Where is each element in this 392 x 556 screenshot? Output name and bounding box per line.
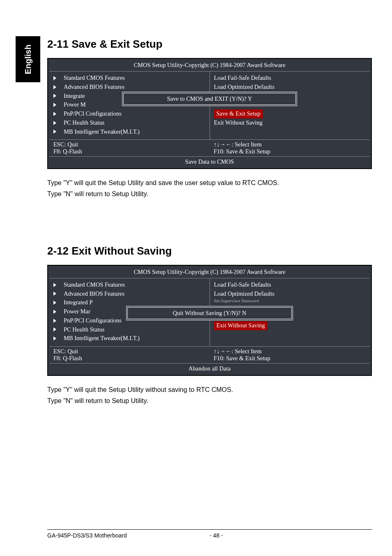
triangle-icon bbox=[53, 112, 56, 116]
language-tab-label: English bbox=[23, 44, 33, 74]
menu-label: MB Intelligent Tweaker(M.I.T.) bbox=[64, 334, 140, 343]
menu-item-exit-no-save[interactable]: Exit Without Saving bbox=[214, 321, 366, 330]
menu-label: Integrate bbox=[64, 92, 85, 101]
triangle-icon bbox=[53, 130, 56, 134]
menu-item-mit[interactable]: MB Intelligent Tweaker(M.I.T.) bbox=[53, 334, 205, 343]
menu-label: Power M bbox=[64, 100, 86, 109]
key-hint-f8: F8: Q-Flash bbox=[53, 355, 205, 362]
key-hint-f10: F10: Save & Exit Setup bbox=[214, 355, 366, 362]
section-1-heading: 2-11 Save & Exit Setup bbox=[47, 38, 372, 51]
triangle-icon bbox=[53, 310, 56, 314]
footer-right: ↑↓→←: Select Item F10: Save & Exit Setup bbox=[210, 140, 370, 156]
confirm-dialog[interactable]: Save to CMOS and EXIT (Y/N)? Y bbox=[123, 93, 296, 105]
menu-item-standard-cmos[interactable]: Standard CMOS Features bbox=[53, 280, 205, 290]
menu-label: Load Optimized Defaults bbox=[214, 290, 274, 299]
menu-label: Exit Without Saving bbox=[214, 321, 267, 330]
menu-label: MB Intelligent Tweaker(M.I.T.) bbox=[64, 127, 140, 137]
section-2-heading: 2-12 Exit Without Saving bbox=[47, 245, 372, 257]
menu-label: Exit Without Saving bbox=[214, 118, 263, 127]
menu-label: PC Health Status bbox=[64, 118, 104, 127]
triangle-icon bbox=[53, 121, 56, 125]
menu-label: Integrated P bbox=[64, 298, 92, 307]
menu-item-integrated[interactable]: Integrated P bbox=[53, 298, 205, 307]
section-1-body: Type "Y" will quit the Setup Utility and… bbox=[47, 178, 372, 199]
menu-label: Load Fail-Safe Defaults bbox=[214, 280, 271, 290]
triangle-icon bbox=[53, 327, 56, 331]
footer-left: ESC: Quit F8: Q-Flash bbox=[49, 347, 210, 363]
menu-label: Save & Exit Setup bbox=[214, 109, 263, 118]
bios-main-area: Standard CMOS Features Advanced BIOS Fea… bbox=[49, 278, 370, 347]
bios-title: CMOS Setup Utility-Copyright (C) 1984-20… bbox=[49, 267, 370, 278]
menu-item-pc-health[interactable]: PC Health Status bbox=[53, 325, 205, 334]
menu-label: PnP/PCI Configurations bbox=[64, 109, 122, 118]
footer-product-name: GA-945P-DS3/S3 Motherboard bbox=[47, 532, 210, 539]
key-hint-arrows: ↑↓→←: Select Item bbox=[214, 348, 366, 355]
bios-help-line: Abandon all Data bbox=[49, 363, 370, 374]
menu-item-pc-health[interactable]: PC Health Status bbox=[53, 118, 205, 127]
bios-main-area: Standard CMOS Features Advanced BIOS Fea… bbox=[49, 72, 370, 140]
menu-label: Advanced BIOS Features bbox=[64, 83, 125, 92]
body-line-2: Type "N" will return to Setup Utility. bbox=[47, 189, 372, 199]
triangle-icon bbox=[53, 76, 56, 80]
bios-help-line: Save Data to CMOS bbox=[49, 156, 370, 167]
menu-label: PnP/PCI Configurations bbox=[64, 316, 122, 325]
confirm-dialog[interactable]: Quit Without Saving (Y/N)? N bbox=[127, 307, 292, 319]
body-line-1: Type "Y" will quit the Setup Utility wit… bbox=[47, 385, 372, 395]
menu-label: Advanced BIOS Features bbox=[64, 290, 125, 299]
key-hint-esc: ESC: Quit bbox=[53, 348, 205, 355]
menu-item-standard-cmos[interactable]: Standard CMOS Features bbox=[53, 74, 205, 83]
bios-screenshot-1: CMOS Setup Utility-Copyright (C) 1984-20… bbox=[47, 58, 372, 169]
page-content: 2-11 Save & Exit Setup CMOS Setup Utilit… bbox=[47, 38, 372, 452]
menu-label: Power Mar bbox=[64, 307, 90, 316]
menu-item-optimized[interactable]: Load Optimized Defaults bbox=[214, 290, 366, 299]
key-hint-esc: ESC: Quit bbox=[53, 141, 205, 148]
dialog-text: Save to CMOS and EXIT (Y/N)? Y bbox=[167, 95, 252, 102]
key-hint-f8: F8: Q-Flash bbox=[53, 148, 205, 155]
menu-label: Set Supervisor Password bbox=[214, 298, 259, 303]
footer-right: ↑↓→←: Select Item F10: Save & Exit Setup bbox=[210, 347, 370, 363]
menu-item-advanced-bios[interactable]: Advanced BIOS Features bbox=[53, 83, 205, 92]
triangle-icon bbox=[53, 94, 56, 98]
menu-label: Load Fail-Safe Defaults bbox=[214, 74, 271, 83]
triangle-icon bbox=[53, 283, 56, 287]
bios-right-column: Load Fail-Safe Defaults Load Optimized D… bbox=[210, 72, 370, 139]
footer-page-number: - 48 - bbox=[210, 532, 372, 539]
menu-label: Standard CMOS Features bbox=[64, 280, 125, 290]
triangle-icon bbox=[53, 292, 56, 296]
triangle-icon bbox=[53, 103, 56, 107]
triangle-icon bbox=[53, 301, 56, 305]
bios-footer-keys: ESC: Quit F8: Q-Flash ↑↓→←: Select Item … bbox=[49, 140, 370, 156]
bios-footer-keys: ESC: Quit F8: Q-Flash ↑↓→←: Select Item … bbox=[49, 347, 370, 363]
menu-item-supervisor-pw[interactable]: Set Supervisor Password bbox=[214, 298, 366, 303]
menu-item-optimized[interactable]: Load Optimized Defaults bbox=[214, 83, 366, 92]
triangle-icon bbox=[53, 85, 56, 89]
menu-item-pnp-pci[interactable]: PnP/PCI Configurations bbox=[53, 109, 205, 118]
section-2-body: Type "Y" will quit the Setup Utility wit… bbox=[47, 385, 372, 406]
menu-item-mit[interactable]: MB Intelligent Tweaker(M.I.T.) bbox=[53, 127, 205, 137]
key-hint-arrows: ↑↓→←: Select Item bbox=[214, 141, 366, 148]
menu-item-exit-no-save[interactable]: Exit Without Saving bbox=[214, 118, 366, 127]
triangle-icon bbox=[53, 319, 56, 323]
menu-item-save-exit[interactable]: Save & Exit Setup bbox=[214, 109, 366, 118]
bios-title: CMOS Setup Utility-Copyright (C) 1984-20… bbox=[49, 60, 370, 72]
triangle-icon bbox=[53, 336, 56, 341]
menu-item-advanced-bios[interactable]: Advanced BIOS Features bbox=[53, 290, 205, 299]
menu-item-fail-safe[interactable]: Load Fail-Safe Defaults bbox=[214, 280, 366, 290]
dialog-text: Quit Without Saving (Y/N)? N bbox=[173, 310, 247, 316]
language-tab: English bbox=[16, 36, 40, 82]
body-line-2: Type "N" will return to Setup Utility. bbox=[47, 396, 372, 406]
menu-label: Load Optimized Defaults bbox=[214, 83, 274, 92]
menu-label: PC Health Status bbox=[64, 325, 104, 334]
key-hint-f10: F10: Save & Exit Setup bbox=[214, 148, 366, 155]
bios-screenshot-2: CMOS Setup Utility-Copyright (C) 1984-20… bbox=[47, 265, 372, 376]
footer-left: ESC: Quit F8: Q-Flash bbox=[49, 140, 210, 156]
body-line-1: Type "Y" will quit the Setup Utility and… bbox=[47, 178, 372, 188]
menu-item-fail-safe[interactable]: Load Fail-Safe Defaults bbox=[214, 74, 366, 83]
page-footer: GA-945P-DS3/S3 Motherboard - 48 - bbox=[47, 529, 372, 539]
menu-label: Standard CMOS Features bbox=[64, 74, 125, 83]
bios-left-column: Standard CMOS Features Advanced BIOS Fea… bbox=[49, 72, 210, 139]
